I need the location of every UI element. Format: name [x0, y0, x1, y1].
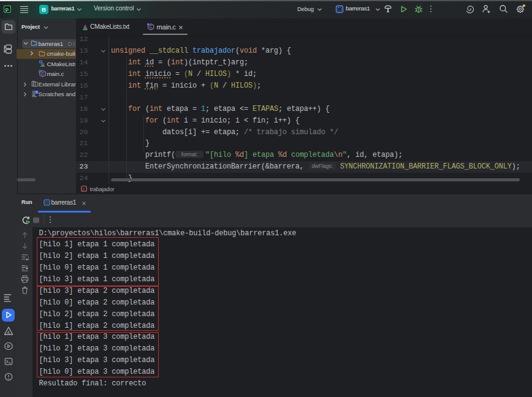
- svg-text:CL: CL: [6, 8, 9, 11]
- svg-text:C: C: [150, 25, 153, 29]
- svg-text:4: 4: [7, 330, 9, 335]
- svg-text:C: C: [41, 72, 44, 76]
- svg-text:f: f: [83, 187, 85, 192]
